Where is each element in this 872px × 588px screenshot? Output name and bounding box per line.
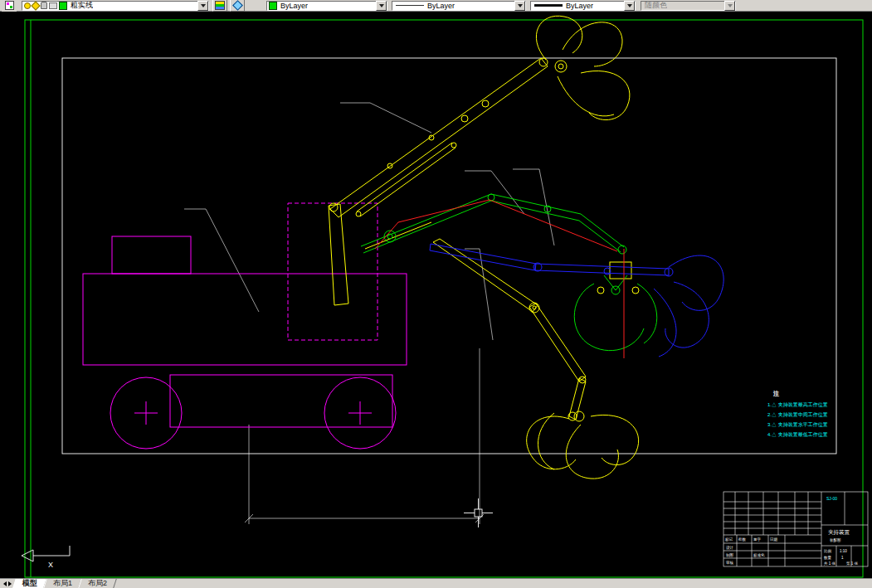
chevron-down-icon [627,4,632,7]
layer-combo-dropdown-arrow[interactable] [197,1,208,11]
tab-label: 模型 [22,578,37,588]
grapple-upper [536,16,630,119]
plotstyle-combo: 随颜色 [641,1,736,11]
lineweight-combo-value: ByLayer [566,2,593,10]
arm-position-upper [329,58,548,305]
chevron-down-icon [201,4,206,7]
tb-qty: 1 [841,556,844,560]
tab-label: 布局2 [88,578,107,588]
notes: 注 1.△ 夹持装置最高工作位置 2.△ 夹持装置中间工作位置 3.△ 夹持装置… [767,390,828,438]
color-combo-value: ByLayer [280,2,308,10]
object-properties-toolbar: 粗实线 ByLayer ByLayer ByLayer 随颜色 [0,0,872,12]
layer-combo-value: 粗实线 [71,0,93,11]
tab-layout1[interactable]: 布局1 [43,579,82,588]
note-line: 3.△ 夹持装置水平工作位置 [767,421,828,428]
current-color-chip [269,2,277,10]
layer-combo[interactable]: 粗实线 [22,1,209,11]
layer-properties-button[interactable] [212,0,227,12]
tb-scale-label: 比例 [824,549,832,554]
plotstyle-combo-value: 随颜色 [645,0,667,11]
tb-page: 第 1 张 [846,561,859,566]
tb-sign: 签字 [753,537,762,542]
tb-code: SJ-00 [826,496,837,501]
lineweight-combo[interactable]: ByLayer [530,1,636,11]
linetype-sample-icon [396,5,424,6]
tab-layout2[interactable]: 布局2 [78,579,117,588]
tb-count: 处数 [738,537,747,542]
layer-color-chip [59,2,67,10]
tab-model[interactable]: 模型 [12,579,47,588]
arm-position-lower [433,239,586,420]
tab-label: 布局1 [53,578,72,588]
sheet-frame [62,58,836,454]
chevron-down-icon [518,4,523,7]
crosshair-pickbox [464,498,493,527]
leader-lines [184,103,554,340]
tb-design: 设计 [726,545,734,550]
drawing-svg: 标记 处数 签字 日期 设计 制图 审核 标准化 SJ-00 夹持装置 装配图 … [0,12,872,578]
grapple-middle-blue [654,255,723,357]
note-line: 1.△ 夹持装置最高工作位置 [767,401,828,408]
title-block-text: 标记 处数 签字 日期 设计 制图 审核 标准化 SJ-00 夹持装置 装配图 … [724,496,859,566]
plotstyle-combo-dropdown-arrow [724,1,735,11]
make-object-layer-current-button[interactable] [230,0,245,12]
tb-mark: 标记 [724,537,733,542]
chevron-down-icon [379,4,384,7]
linetype-combo-dropdown-arrow[interactable] [514,1,525,11]
tb-sheet: 共 1 张 [824,561,836,566]
grapple-lower [527,411,639,479]
tb-date: 日期 [770,537,778,542]
drawing-border-green [25,20,863,577]
linetype-combo[interactable]: ByLayer [392,1,526,11]
layers-dialog-icon[interactable] [2,0,17,12]
grapple-middle-green [574,275,657,351]
color-combo[interactable]: ByLayer [266,1,387,11]
color-combo-dropdown-arrow[interactable] [376,1,387,11]
tb-name: 夹持装置 [828,529,850,536]
layer-on-bulb-icon [24,2,31,9]
layer-plot-printer-icon [49,2,57,9]
note-line: 4.△ 夹持装置最低工作位置 [767,431,828,438]
linetype-combo-value: ByLayer [427,2,455,10]
tb-qty-label: 数量 [824,556,832,560]
notes-title: 注 [772,390,779,397]
diamond-icon [232,0,243,11]
lineweight-sample-icon [534,4,563,7]
layout-tab-bar: 模型 布局1 布局2 [0,578,872,588]
layer-sheet-icon [5,1,14,10]
lineweight-combo-dropdown-arrow[interactable] [624,1,635,11]
layer-stack-icon [215,1,225,10]
tb-type: 装配图 [830,538,841,542]
layer-freeze-sun-icon [31,1,40,10]
note-line: 2.△ 夹持装置中间工作位置 [767,411,828,418]
drawing-canvas[interactable]: 标记 处数 签字 日期 设计 制图 审核 标准化 SJ-00 夹持装置 装配图 … [0,12,872,578]
tab-scroll-right-icon [8,581,12,586]
layer-lock-icon [41,2,47,9]
arm-position-middle-green [361,194,626,254]
tb-std: 标准化 [753,552,765,558]
ucs-icon [22,546,70,561]
tb-check: 审核 [726,561,734,565]
cad-window: 粗实线 ByLayer ByLayer ByLayer 随颜色 [0,0,872,588]
excavator-body [83,203,407,449]
tab-scroll-left-icon [3,581,7,586]
tb-draft: 制图 [726,553,733,557]
chevron-down-icon [728,4,733,7]
ucs-x-label: X [48,561,53,569]
tb-scale: 1:10 [840,549,847,553]
